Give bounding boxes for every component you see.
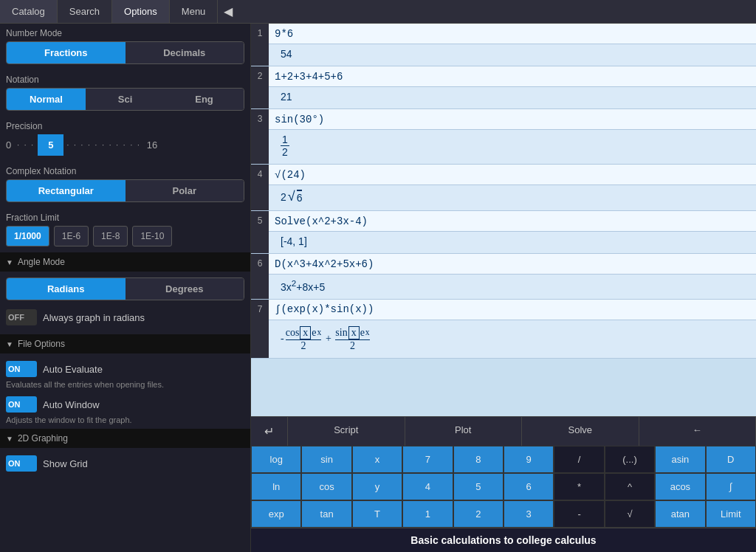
key-y[interactable]: y <box>352 473 402 500</box>
auto-evaluate-toggle[interactable]: ON <box>6 361 37 377</box>
plot-button[interactable]: Plot <box>405 417 523 446</box>
auto-evaluate-sub: Evaluates all the entries when opening f… <box>0 380 250 393</box>
key-log[interactable]: log <box>251 446 301 473</box>
key-divide[interactable]: / <box>554 446 604 473</box>
key-3[interactable]: 3 <box>504 500 554 528</box>
key-minus[interactable]: - <box>554 500 604 528</box>
file-options-header[interactable]: ▼ File Options <box>0 334 250 353</box>
entry-6-output: 3x2+8x+5 <box>269 275 756 299</box>
fraction-limit-1000[interactable]: 1/1000 <box>6 226 49 246</box>
fraction-limit-1e8[interactable]: 1E-8 <box>93 226 128 246</box>
precision-value-5[interactable]: 5 <box>38 134 63 156</box>
entry-2-number: 2 <box>251 66 269 108</box>
always-graph-toggle[interactable]: OFF <box>6 309 37 325</box>
rectangular-button[interactable]: Rectangular <box>7 180 126 201</box>
entry-6-input[interactable]: D(x^3+4x^2+5x+6) <box>269 254 756 275</box>
sqrt-content-4: 6 <box>297 190 303 204</box>
show-grid-text: Show Grid <box>43 458 88 469</box>
entry-5-input[interactable]: Solve(x^2+3x-4) <box>269 211 756 232</box>
entry-2-input[interactable]: 1+2+3+4+5+6 <box>269 66 756 87</box>
key-ln[interactable]: ln <box>251 473 301 500</box>
key-8[interactable]: 8 <box>453 446 504 473</box>
always-graph-row: OFF Always graph in radians <box>0 306 250 328</box>
key-9[interactable]: 9 <box>504 446 554 473</box>
precision-section: 0 · · · 5 · · · · · · · · · · · 16 <box>0 134 250 162</box>
number-mode-label: Number Mode <box>0 24 250 41</box>
eng-button[interactable]: Eng <box>165 89 244 110</box>
nav-catalog[interactable]: Catalog <box>0 0 58 23</box>
back-button[interactable]: ← <box>639 417 757 446</box>
entry-4-input[interactable]: √(24) <box>269 165 756 185</box>
key-6[interactable]: 6 <box>504 473 554 500</box>
decimals-button[interactable]: Decimals <box>126 42 244 63</box>
key-exp[interactable]: exp <box>251 500 301 528</box>
entry-2-content: 1+2+3+4+5+6 21 <box>269 66 756 108</box>
graphing-2d-header[interactable]: ▼ 2D Graphing <box>0 429 250 448</box>
graphing-2d-arrow: ▼ <box>6 435 13 443</box>
angle-mode-header[interactable]: ▼ Angle Mode <box>0 252 250 272</box>
radians-button[interactable]: Radians <box>7 278 126 300</box>
key-sin[interactable]: sin <box>301 446 351 473</box>
auto-window-toggle-label: ON <box>8 400 21 409</box>
entry-7-input[interactable]: ∫(exp(x)*sin(x)) <box>269 300 756 320</box>
key-asin[interactable]: asin <box>655 446 705 473</box>
key-5[interactable]: 5 <box>453 473 504 500</box>
key-integral[interactable]: ∫ <box>706 473 756 500</box>
fraction-limit-label: Fraction Limit <box>0 208 250 226</box>
key-2[interactable]: 2 <box>453 500 504 528</box>
fraction-output-3: 1 2 <box>281 134 289 158</box>
enter-button[interactable]: ↵ <box>251 417 288 446</box>
polar-button[interactable]: Polar <box>126 180 244 201</box>
entry-5-content: Solve(x^2+3x-4) [-4, 1] <box>269 211 756 253</box>
angle-mode-toggle: Radians Degrees <box>6 277 244 300</box>
sqrt-expr-4: √ 6 <box>288 189 303 204</box>
key-cos[interactable]: cos <box>301 473 351 500</box>
key-tan[interactable]: tan <box>301 500 351 528</box>
key-atan[interactable]: atan <box>655 500 705 528</box>
nav-search[interactable]: Search <box>58 0 112 23</box>
key-multiply[interactable]: * <box>554 473 604 500</box>
key-sqrt[interactable]: √ <box>605 500 655 528</box>
entry-6-number: 6 <box>251 254 269 299</box>
entry-4-number: 4 <box>251 165 269 210</box>
entry-1-input[interactable]: 9*6 <box>269 24 756 44</box>
auto-window-text: Auto Window <box>43 399 100 410</box>
key-4[interactable]: 4 <box>402 473 453 500</box>
key-parens[interactable]: (...) <box>605 446 655 473</box>
normal-button[interactable]: Normal <box>7 89 86 110</box>
key-7[interactable]: 7 <box>402 446 453 473</box>
key-t[interactable]: T <box>352 500 402 528</box>
degrees-button[interactable]: Degrees <box>126 278 244 300</box>
file-options-label: File Options <box>18 339 65 349</box>
complex-notation-section: Rectangular Polar <box>0 179 250 208</box>
sci-button[interactable]: Sci <box>86 89 165 110</box>
key-limit[interactable]: Limit <box>706 500 756 528</box>
graphing-2d-label: 2D Graphing <box>18 433 68 444</box>
key-d[interactable]: D <box>706 446 756 473</box>
nav-options[interactable]: Options <box>112 0 170 23</box>
show-grid-toggle[interactable]: ON <box>6 455 37 472</box>
show-grid-toggle-label: ON <box>8 459 21 468</box>
fraction-numerator-3: 1 <box>281 134 289 146</box>
solve-button[interactable]: Solve <box>522 417 639 446</box>
auto-evaluate-text: Auto Evaluate <box>43 364 103 375</box>
fractions-button[interactable]: Fractions <box>7 42 126 63</box>
fraction-limit-1e6[interactable]: 1E-6 <box>54 226 89 246</box>
precision-max: 16 <box>144 139 157 151</box>
fraction-limit-1e10[interactable]: 1E-10 <box>132 226 172 246</box>
key-x[interactable]: x <box>352 446 402 473</box>
entry-3-content: sin(30°) 1 2 <box>269 109 756 164</box>
entry-1-number: 1 <box>251 24 269 66</box>
entry-6: 6 D(x^3+4x^2+5x+6) 3x2+8x+5 <box>251 254 756 300</box>
auto-window-toggle[interactable]: ON <box>6 396 37 413</box>
precision-min: 0 <box>6 139 14 151</box>
key-acos[interactable]: acos <box>655 473 705 500</box>
script-button[interactable]: Script <box>288 417 405 446</box>
nav-menu[interactable]: Menu <box>170 0 219 23</box>
show-grid-row: ON Show Grid <box>0 452 250 475</box>
sqrt-symbol-4: √ <box>288 189 295 204</box>
key-1[interactable]: 1 <box>402 500 453 528</box>
entry-3-input[interactable]: sin(30°) <box>269 109 756 130</box>
key-caret[interactable]: ^ <box>605 473 655 500</box>
nav-collapse-arrow[interactable]: ◀ <box>218 0 238 23</box>
